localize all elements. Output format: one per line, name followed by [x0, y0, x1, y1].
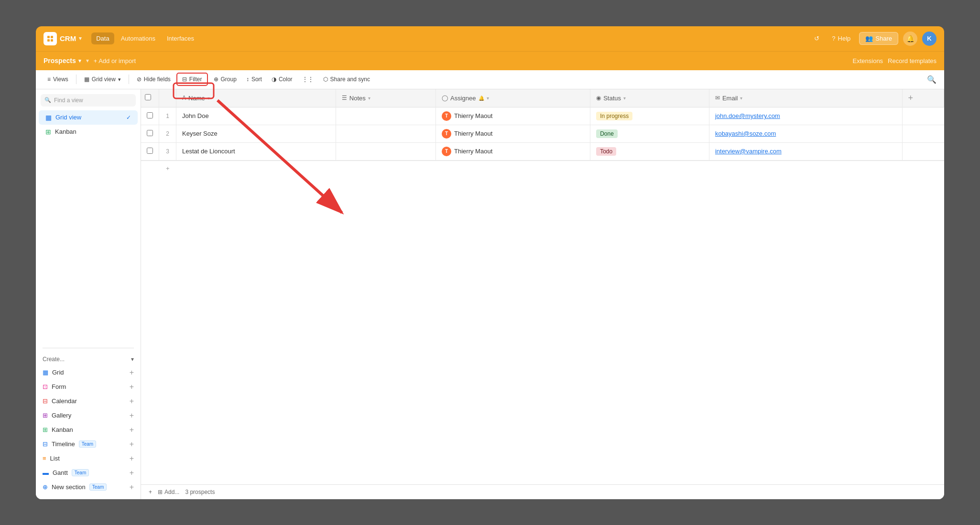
row-3-name[interactable]: Lestat de Lioncourt: [176, 142, 336, 160]
row-2-email-value[interactable]: kobayashi@soze.com: [715, 130, 776, 137]
row-2-name[interactable]: Keyser Soze: [176, 125, 336, 142]
row-1-assignee-avatar: T: [442, 111, 451, 121]
topbar: CRM ▾ Data Automations Interfaces ↺ ? He…: [36, 26, 944, 51]
status-col-label: Status: [603, 95, 621, 102]
color-label: Color: [279, 76, 293, 83]
avatar[interactable]: K: [922, 32, 936, 46]
row-2-notes[interactable]: [336, 125, 436, 142]
footer-add-options-icon: ⊞: [158, 489, 163, 495]
create-chevron-icon: ▾: [131, 356, 134, 363]
share-sync-button[interactable]: ⬡ Share and sync: [319, 74, 374, 85]
row-3-email-value[interactable]: interview@vampire.com: [715, 148, 782, 155]
create-timeline-icon: ⊟: [43, 440, 48, 448]
row-3-status[interactable]: Todo: [590, 142, 709, 160]
row-1-email-value[interactable]: john.doe@mystery.com: [715, 112, 780, 119]
row-2-num: 2: [159, 125, 176, 142]
sidebar-kanban-label: Kanban: [55, 128, 76, 135]
notifications-button[interactable]: 🔔: [903, 32, 917, 46]
color-button[interactable]: ◑ Color: [268, 74, 296, 85]
row-2-assignee[interactable]: TThierry Maout: [436, 125, 590, 142]
nav-automations[interactable]: Automations: [116, 32, 160, 44]
share-button[interactable]: 👥 Share: [859, 32, 898, 45]
create-gallery[interactable]: ⊞ Gallery +: [36, 408, 141, 423]
row-1-notes[interactable]: [336, 107, 436, 125]
row-3-assignee[interactable]: TThierry Maout: [436, 142, 590, 160]
sidebar-item-kanban[interactable]: ⊞ Kanban: [39, 125, 138, 139]
create-timeline[interactable]: ⊟ Timeline Team +: [36, 437, 141, 451]
row-3-email[interactable]: interview@vampire.com: [709, 142, 902, 160]
grid-options-button[interactable]: ⋮⋮: [298, 74, 317, 85]
nav-interfaces[interactable]: Interfaces: [162, 32, 199, 44]
create-kanban-icon: ⊞: [43, 426, 48, 433]
create-label: Create...: [43, 356, 65, 363]
create-calendar[interactable]: ⊟ Calendar +: [36, 394, 141, 408]
row-3-notes[interactable]: [336, 142, 436, 160]
filter-button[interactable]: ⊟ Filter: [176, 73, 208, 86]
create-list[interactable]: ≡ List +: [36, 451, 141, 466]
search-button[interactable]: 🔍: [927, 75, 936, 84]
nav-data[interactable]: Data: [91, 32, 114, 44]
row-1-email[interactable]: john.doe@mystery.com: [709, 107, 902, 125]
row-2-checkbox[interactable]: [147, 130, 153, 136]
footer-add-options-label: Add...: [164, 489, 179, 495]
row-2-email[interactable]: kobayashi@soze.com: [709, 125, 902, 142]
grid-view-button[interactable]: ▦ Grid view ▾: [80, 74, 125, 85]
new-section[interactable]: ⊕ New section Team +: [36, 480, 141, 494]
row-1-assignee[interactable]: TThierry Maout: [436, 107, 590, 125]
name-column-header[interactable]: A Name ▾: [176, 89, 336, 107]
row-2-checkbox-cell: [141, 125, 159, 142]
help-icon: ?: [832, 35, 835, 42]
create-grid-icon: ▦: [43, 369, 48, 376]
notes-column-header[interactable]: ☰ Notes ▾: [336, 89, 436, 107]
logo[interactable]: CRM ▾: [44, 32, 82, 45]
prospects-chevron: ▾: [78, 58, 81, 64]
footer-add-options-button[interactable]: ⊞ Add...: [158, 489, 179, 495]
find-view-search[interactable]: 🔍 Find a view: [41, 94, 136, 107]
sidebar-grid-view-label: Grid view: [55, 114, 81, 121]
create-gallery-label: Gallery: [52, 412, 71, 419]
sort-button[interactable]: ↕ Sort: [242, 74, 266, 85]
status-column-header[interactable]: ◉ Status ▾: [590, 89, 709, 107]
row-2-status[interactable]: Done: [590, 125, 709, 142]
prospects-tab[interactable]: Prospects ▾: [44, 57, 81, 64]
row-1-checkbox[interactable]: [147, 112, 153, 118]
status-col-icon: ◉: [596, 95, 601, 101]
group-icon: ⊕: [214, 76, 218, 83]
create-gantt-icon: ▬: [43, 469, 49, 476]
filter-icon: ⊟: [182, 76, 187, 83]
row-1-num: 1: [159, 107, 176, 125]
group-button[interactable]: ⊕ Group: [210, 74, 240, 85]
create-timeline-plus-icon: +: [130, 440, 134, 449]
hide-fields-button[interactable]: ⊘ Hide fields: [133, 74, 174, 85]
row-1-status[interactable]: In progress: [590, 107, 709, 125]
history-button[interactable]: ↺: [810, 32, 823, 44]
grid-view-icon: ▦: [84, 76, 89, 83]
sidebar-item-grid-view[interactable]: ▦ Grid view ✓: [39, 110, 138, 125]
add-column-button[interactable]: +: [902, 89, 944, 107]
create-kanban[interactable]: ⊞ Kanban +: [36, 423, 141, 437]
row-1-name[interactable]: John Doe: [176, 107, 336, 125]
select-all-checkbox[interactable]: [145, 94, 151, 100]
views-button[interactable]: ≡ Views: [44, 74, 72, 85]
toolbar: ≡ Views ▦ Grid view ▾ ⊘ Hide fields ⊟ Fi…: [36, 70, 944, 89]
create-grid[interactable]: ▦ Grid +: [36, 365, 141, 380]
help-button[interactable]: ? Help: [828, 32, 854, 44]
create-section-header[interactable]: Create... ▾: [36, 353, 141, 365]
create-form[interactable]: ⊡ Form +: [36, 380, 141, 394]
create-form-icon: ⊡: [43, 383, 48, 390]
add-row-button[interactable]: +: [141, 161, 944, 176]
grid-view-chevron: ▾: [118, 76, 121, 83]
email-column-header[interactable]: ✉ Email ▾: [709, 89, 902, 107]
footer-add-button[interactable]: +: [149, 489, 152, 495]
row-3-checkbox[interactable]: [147, 148, 153, 154]
create-gantt[interactable]: ▬ Gantt Team +: [36, 466, 141, 480]
table-footer: + ⊞ Add... 3 prospects: [141, 484, 944, 499]
new-section-plus-icon: +: [130, 483, 134, 492]
svg-rect-1: [51, 36, 53, 38]
assignee-column-header[interactable]: ◯ Assignee 🔔 ▾: [436, 89, 590, 107]
record-templates-button[interactable]: Record templates: [888, 57, 936, 64]
checkbox-header[interactable]: [141, 89, 159, 107]
add-import-button[interactable]: + Add or import: [94, 57, 136, 64]
extensions-button[interactable]: Extensions: [853, 57, 883, 64]
row-3-assignee-avatar: T: [442, 147, 451, 156]
